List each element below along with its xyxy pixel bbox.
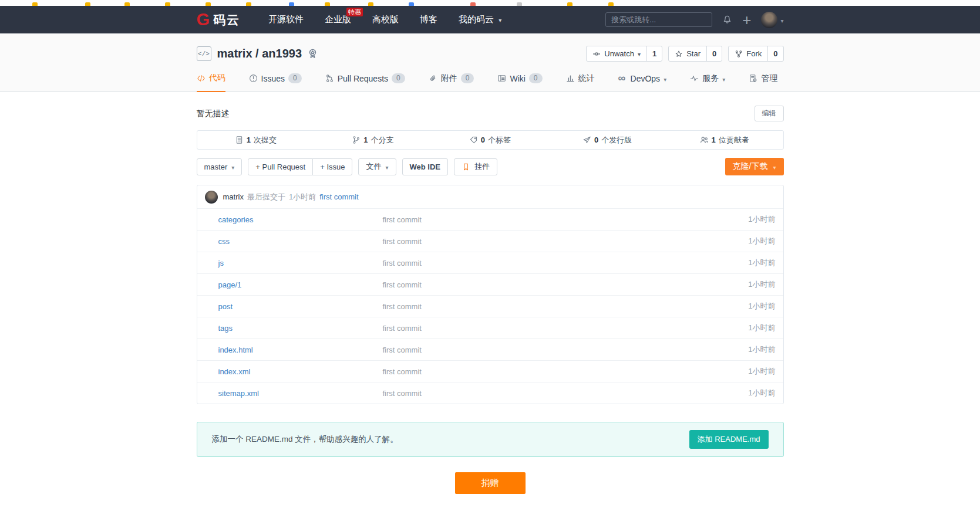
count-badge: 0 [461, 73, 474, 83]
bookmark-favicon-stub[interactable] [608, 2, 614, 6]
file-row[interactable]: tags first commit 1小时前 [197, 317, 783, 338]
star-button[interactable]: Star 0 [668, 46, 722, 62]
browser-bookmarks-strip [0, 0, 980, 6]
file-link[interactable]: sitemap.xml [205, 389, 383, 398]
file-commit-message[interactable]: first commit [383, 302, 749, 311]
file-commit-message[interactable]: first commit [383, 237, 749, 246]
widget-button[interactable]: 挂件 [454, 158, 497, 175]
repo-tab[interactable]: Issues 0 [249, 73, 302, 92]
watch-button[interactable]: Unwatch 1 [586, 46, 662, 62]
repo-stat[interactable]: 1 位贡献者 [666, 135, 783, 145]
file-row[interactable]: css first commit 1小时前 [197, 230, 783, 252]
fork-button[interactable]: Fork 0 [728, 46, 783, 62]
bookmark-favicon-stub[interactable] [470, 2, 476, 6]
file-row[interactable]: sitemap.xml first commit 1小时前 [197, 382, 783, 404]
gitee-logo[interactable]: G 码云 [197, 11, 241, 28]
bookmark-favicon-stub[interactable] [289, 2, 294, 6]
file-row[interactable]: page/1 first commit 1小时前 [197, 273, 783, 295]
file-commit-message[interactable]: first commit [383, 346, 749, 354]
nav-menu-item[interactable]: 我的码云 [459, 14, 501, 25]
donate-button[interactable]: 捐赠 [455, 472, 526, 494]
watch-count[interactable]: 1 [646, 46, 662, 61]
bookmark-favicon-stub[interactable] [368, 2, 373, 6]
file-commit-message[interactable]: first commit [383, 259, 749, 268]
release-icon [582, 136, 591, 144]
chevron-down-icon [385, 162, 388, 171]
fork-count[interactable]: 0 [767, 46, 783, 61]
new-issue-button[interactable]: + Issue [312, 158, 352, 175]
file-menu-button[interactable]: 文件 [358, 158, 396, 175]
file-commit-message[interactable]: first commit [383, 389, 749, 398]
file-link[interactable]: css [205, 237, 383, 246]
repo-stat[interactable]: 0 个标签 [432, 135, 549, 145]
repo-stat[interactable]: 0 个发行版 [548, 135, 666, 145]
file-commit-time: 1小时前 [748, 323, 775, 333]
file-link[interactable]: post [205, 302, 383, 311]
bookmark-favicon-stub[interactable] [124, 2, 130, 6]
bookmark-favicon-stub[interactable] [206, 2, 211, 6]
nav-menu-item[interactable]: 高校版 [372, 14, 399, 25]
bookmark-favicon-stub[interactable] [567, 2, 572, 6]
nav-menu-item[interactable]: 企业版 特惠 [325, 14, 351, 25]
repo-tab[interactable]: 代码 [197, 73, 225, 92]
commit-time: 1小时前 [289, 192, 316, 202]
avatar[interactable] [761, 12, 777, 28]
web-ide-button[interactable]: Web IDE [402, 158, 449, 175]
committer-avatar[interactable] [205, 191, 218, 204]
folder-icon [205, 259, 214, 268]
file-link[interactable]: tags [205, 324, 383, 333]
repo-tab[interactable]: Pull Requests 0 [325, 73, 405, 92]
nav-menu-item[interactable]: 开源软件 [268, 14, 304, 25]
repo-tab[interactable]: 服务 [690, 73, 725, 92]
file-row[interactable]: categories first commit 1小时前 [197, 208, 783, 230]
chevron-down-icon [722, 74, 725, 83]
chevron-down-icon [231, 162, 234, 171]
file-link[interactable]: page/1 [205, 280, 383, 289]
file-commit-message[interactable]: first commit [383, 324, 749, 333]
bookmark-favicon-stub[interactable] [325, 2, 330, 6]
bookmark-favicon-stub[interactable] [517, 2, 522, 6]
file-row[interactable]: index.xml first commit 1小时前 [197, 360, 783, 382]
file-link[interactable]: categories [205, 215, 383, 224]
file-link[interactable]: js [205, 259, 383, 268]
repo-stat[interactable]: 1 个分支 [314, 135, 432, 145]
medal-icon[interactable] [307, 48, 318, 59]
file-commit-message[interactable]: first commit [383, 280, 749, 289]
add-readme-button[interactable]: 添加 README.md [689, 430, 769, 449]
new-pull-request-button[interactable]: + Pull Request [248, 158, 313, 175]
repo-stat[interactable]: 1 次提交 [197, 135, 315, 145]
repo-tab[interactable]: Wiki 0 [497, 73, 542, 92]
bookmark-favicon-stub[interactable] [246, 2, 251, 6]
file-row[interactable]: index.html first commit 1小时前 [197, 338, 783, 360]
repo-title[interactable]: matrix / an1993 [217, 47, 302, 60]
repo-tab[interactable]: 附件 0 [429, 73, 474, 92]
commit-message-link[interactable]: first commit [319, 192, 358, 201]
bookmark-favicon-stub[interactable] [85, 2, 90, 6]
file-link[interactable]: index.html [205, 346, 383, 354]
nav-menu-item[interactable]: 博客 [420, 14, 437, 25]
file-commit-message[interactable]: first commit [383, 215, 749, 224]
clone-download-button[interactable]: 克隆/下载 [725, 158, 784, 175]
folder-icon [205, 280, 214, 289]
star-count[interactable]: 0 [706, 46, 722, 61]
user-menu[interactable] [761, 12, 783, 28]
repo-tab[interactable]: ∞ DevOps [618, 73, 667, 92]
file-commit-time: 1小时前 [748, 344, 775, 355]
repo-tab[interactable]: 管理 [749, 73, 777, 92]
committer-name[interactable]: matrix [223, 192, 244, 201]
bookmark-favicon-stub[interactable] [165, 2, 170, 6]
file-commit-message[interactable]: first commit [383, 367, 749, 376]
bell-icon[interactable] [722, 14, 732, 25]
bookmark-favicon-stub[interactable] [409, 2, 414, 6]
bookmark-favicon-stub[interactable] [32, 2, 38, 6]
count-badge: 0 [288, 73, 302, 83]
plus-icon[interactable] [742, 14, 751, 26]
repo-tab[interactable]: 统计 [566, 73, 595, 92]
edit-description-button[interactable]: 编辑 [755, 106, 784, 121]
file-link[interactable]: index.xml [205, 367, 383, 376]
file-row[interactable]: post first commit 1小时前 [197, 295, 783, 317]
code-icon [197, 74, 206, 83]
file-row[interactable]: js first commit 1小时前 [197, 252, 783, 273]
search-input[interactable] [605, 12, 712, 27]
branch-selector[interactable]: master [197, 158, 243, 175]
